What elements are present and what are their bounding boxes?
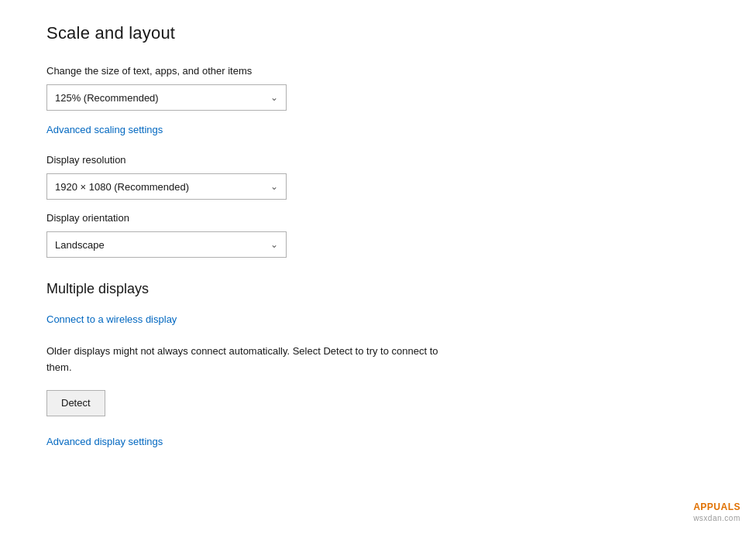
- resolution-dropdown-wrapper: 1920 × 1080 (Recommended) ⌄: [46, 173, 710, 200]
- scale-dropdown-value: 125% (Recommended): [55, 92, 159, 104]
- orientation-dropdown-chevron-icon: ⌄: [270, 239, 278, 250]
- orientation-section: Display orientation Landscape ⌄: [46, 212, 710, 258]
- watermark: APPUALS wsxdan.com: [693, 501, 741, 523]
- settings-page: Scale and layout Change the size of text…: [0, 0, 756, 534]
- watermark-text: APPUALS: [693, 501, 741, 512]
- resolution-dropdown[interactable]: 1920 × 1080 (Recommended) ⌄: [46, 173, 287, 200]
- wireless-display-link[interactable]: Connect to a wireless display: [46, 313, 177, 325]
- displays-description: Older displays might not always connect …: [46, 344, 465, 376]
- resolution-label: Display resolution: [46, 154, 710, 166]
- scale-dropdown[interactable]: 125% (Recommended) ⌄: [46, 84, 287, 111]
- scale-dropdown-wrapper: 125% (Recommended) ⌄: [46, 84, 710, 111]
- resolution-dropdown-value: 1920 × 1080 (Recommended): [55, 181, 189, 193]
- multiple-displays-title: Multiple displays: [46, 281, 710, 297]
- resolution-section: Display resolution 1920 × 1080 (Recommen…: [46, 154, 710, 200]
- orientation-label: Display orientation: [46, 212, 710, 224]
- scale-dropdown-chevron-icon: ⌄: [270, 92, 278, 103]
- orientation-dropdown-wrapper: Landscape ⌄: [46, 231, 710, 258]
- orientation-dropdown-value: Landscape: [55, 239, 105, 251]
- orientation-dropdown[interactable]: Landscape ⌄: [46, 231, 287, 258]
- resolution-dropdown-chevron-icon: ⌄: [270, 181, 278, 192]
- detect-button[interactable]: Detect: [46, 390, 105, 416]
- advanced-display-link[interactable]: Advanced display settings: [46, 436, 163, 447]
- watermark-domain: wsxdan.com: [693, 514, 741, 522]
- scale-layout-title: Scale and layout: [46, 23, 710, 43]
- advanced-scaling-link[interactable]: Advanced scaling settings: [46, 124, 163, 135]
- scale-label: Change the size of text, apps, and other…: [46, 65, 710, 77]
